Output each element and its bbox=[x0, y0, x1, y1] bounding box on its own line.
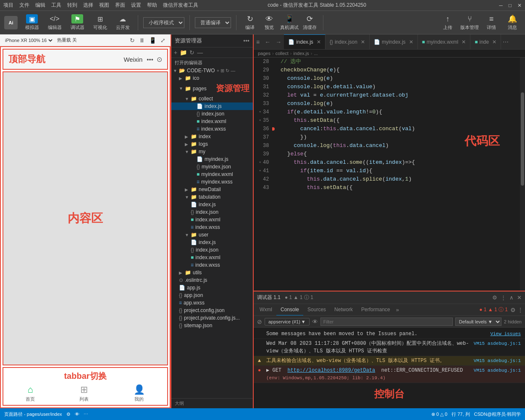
error-link[interactable]: http://localhost:8989/getData bbox=[287, 368, 375, 373]
menu-item-select[interactable]: 选择 bbox=[83, 2, 93, 9]
tree-collect[interactable]: ▼ 📁 collect bbox=[171, 95, 253, 102]
menu-item-wechat[interactable]: 微信开发者工具 bbox=[163, 2, 198, 9]
tree-appjson[interactable]: {} app.json bbox=[171, 291, 253, 299]
tab-close-icon[interactable]: ✕ bbox=[409, 39, 413, 45]
debug-tab-performance[interactable]: Performance bbox=[357, 304, 394, 316]
tab-myindexjs[interactable]: 📄 myindex.js ✕ bbox=[370, 34, 418, 50]
menu-item-tools[interactable]: 工具 bbox=[51, 2, 61, 9]
eye-icon[interactable]: 👁 bbox=[312, 318, 318, 325]
tab-myindexwxml[interactable]: ■ myindex.wxml ✕ bbox=[418, 34, 471, 50]
tree-appjs[interactable]: 📄 app.js bbox=[171, 284, 253, 291]
debug-tab-sources[interactable]: Sources bbox=[303, 304, 330, 316]
appservice-btn[interactable]: appservice (#1) ▼ bbox=[265, 318, 310, 326]
project-actions[interactable]: + ⊞ ↻ — bbox=[217, 68, 236, 74]
message-button[interactable]: 🔔 消息 bbox=[504, 14, 521, 31]
tree-collect-indexjs[interactable]: 📄 index.js bbox=[171, 102, 253, 110]
tree-my[interactable]: ▼ 📁 my bbox=[171, 148, 253, 155]
tree-tabulation[interactable]: ▼ 📁 tabulation bbox=[171, 193, 253, 201]
tree-pages[interactable]: ▼ 📁 pages 资源管理 bbox=[171, 82, 253, 95]
new-file-icon[interactable]: + bbox=[174, 49, 177, 56]
tab-close-icon[interactable]: ✕ bbox=[361, 39, 365, 45]
expand-button[interactable]: ⤢ bbox=[159, 36, 167, 45]
tree-user-indexjson[interactable]: {} index.json bbox=[171, 246, 253, 254]
cloud-button[interactable]: ☁ 云开发 bbox=[113, 13, 133, 33]
console-source-2[interactable]: VM15 asdebug.js:1 bbox=[470, 340, 521, 347]
tab-indexjs[interactable]: 📄 index.js ✕ bbox=[284, 34, 326, 50]
editor-button[interactable]: </> 编辑器 bbox=[45, 13, 65, 33]
debug-more-icon[interactable]: ⋮ bbox=[501, 294, 506, 301]
collapse-icon[interactable]: — bbox=[197, 49, 203, 56]
debug-tab-network[interactable]: Network bbox=[330, 304, 357, 316]
editor-toolbar-icon-3[interactable]: → bbox=[273, 39, 284, 45]
tree-user-indexwxml[interactable]: ■ index.wxml bbox=[171, 254, 253, 261]
editor-toolbar-icon-1[interactable]: ≡ bbox=[254, 39, 262, 45]
project-root[interactable]: ▼ 📂 CODE-TWO + ⊞ ↻ — bbox=[171, 67, 253, 74]
mode-select[interactable]: 小程序模式 bbox=[143, 17, 184, 28]
tree-utils[interactable]: ▶ 📁 utils bbox=[171, 269, 253, 276]
hotreload-toggle[interactable]: 热重载 关 bbox=[57, 37, 77, 43]
close-button[interactable]: ✕ bbox=[517, 3, 522, 8]
menu-item-interface[interactable]: 界面 bbox=[115, 2, 125, 9]
debugger-button[interactable]: ⚑ 调试器 bbox=[67, 13, 87, 33]
pause-button[interactable]: ⏸ bbox=[137, 36, 147, 45]
console-settings-icon[interactable]: ⚙ bbox=[510, 307, 516, 313]
tree-tab-indexwxss[interactable]: ≡ index.wxss bbox=[171, 223, 253, 231]
tree-index[interactable]: ▶ 📁 index bbox=[171, 133, 253, 140]
fold-arrow[interactable]: ▾ bbox=[257, 167, 261, 175]
clear-console-icon[interactable]: ⊘ bbox=[257, 318, 262, 325]
menu-item-help[interactable]: 帮助 bbox=[147, 2, 157, 9]
status-preview-icon[interactable]: 👁 bbox=[75, 412, 79, 417]
tree-tab-indexjson[interactable]: {} index.json bbox=[171, 208, 253, 216]
debug-expand-icon[interactable]: ✕ bbox=[517, 294, 522, 301]
status-more-icon[interactable]: ⋯ bbox=[84, 412, 88, 417]
breakpoint-dot[interactable] bbox=[272, 127, 275, 131]
code-lines[interactable]: // 选中 checkboxChange(e){ console.log(e) … bbox=[272, 58, 525, 291]
tree-logs[interactable]: ▶ 📁 logs bbox=[171, 140, 253, 148]
scrollbar[interactable] bbox=[520, 58, 525, 291]
tree-eslint[interactable]: ⊙ .eslintrc.js bbox=[171, 276, 253, 284]
phone-button[interactable]: 📱 bbox=[147, 36, 158, 45]
menu-item-view[interactable]: 视图 bbox=[99, 2, 109, 9]
tree-my-indexjson[interactable]: {} myindex.json bbox=[171, 163, 253, 171]
tree-collect-indexwxml[interactable]: ■ index.wxml bbox=[171, 118, 253, 125]
real-debug-button[interactable]: 📱 真机调试 bbox=[280, 14, 299, 31]
tree-my-indexwxss[interactable]: ≡ myindex.wxss bbox=[171, 178, 253, 186]
tree-ico[interactable]: ▶ 📁 ico bbox=[171, 74, 253, 82]
tab-home[interactable]: ⌂ 首页 bbox=[26, 384, 35, 402]
tab-close-icon[interactable]: ✕ bbox=[492, 39, 496, 45]
tree-newdatail[interactable]: ▶ 📁 newDatail bbox=[171, 186, 253, 193]
tree-tab-indexwxml[interactable]: ■ index.wxml bbox=[171, 216, 253, 223]
editor-toolbar-icon-2[interactable]: ← bbox=[262, 39, 273, 45]
tab-mine[interactable]: 👤 我的 bbox=[134, 384, 145, 402]
menu-item-file[interactable]: 文件 bbox=[19, 2, 29, 9]
fold-arrow[interactable]: ▾ bbox=[257, 108, 261, 116]
tree-projectconfig[interactable]: {} project.config.json bbox=[171, 307, 253, 314]
console-filter-input[interactable] bbox=[320, 318, 453, 326]
tree-appwxss[interactable]: ≡ app.wxss bbox=[171, 299, 253, 307]
compile-button[interactable]: ↻ 编译 bbox=[242, 14, 258, 31]
tree-user[interactable]: ▼ 📁 user bbox=[171, 231, 253, 239]
console-source-3[interactable]: VM15 asdebug.js:1 bbox=[470, 357, 521, 365]
maximize-button[interactable]: □ bbox=[509, 3, 512, 8]
refresh-button[interactable]: ↻ bbox=[128, 36, 136, 45]
menu-item-edit[interactable]: 编辑 bbox=[35, 2, 45, 9]
status-settings-icon[interactable]: ⚙ bbox=[66, 412, 71, 417]
debug-settings-icon[interactable]: ⚙ bbox=[492, 294, 497, 301]
menu-item-goto[interactable]: 转到 bbox=[67, 2, 77, 9]
device-select[interactable]: iPhone XR 100% 16 bbox=[3, 37, 54, 43]
tab-close-icon[interactable]: ✕ bbox=[317, 39, 321, 45]
tree-user-indexjs[interactable]: 📄 index.js bbox=[171, 239, 253, 246]
more-tabs-icon[interactable]: ⋯ bbox=[503, 39, 509, 45]
tree-my-indexwxml[interactable]: ■ myindex.wxml bbox=[171, 171, 253, 178]
tree-collect-indexjson[interactable]: {} index.json bbox=[171, 110, 253, 118]
menu-item-project[interactable]: 项目 bbox=[3, 2, 13, 9]
console-more-icon[interactable]: ⋮ bbox=[517, 307, 523, 313]
simulator-button[interactable]: ▣ 模拟器 bbox=[22, 13, 42, 33]
error-count[interactable]: ⊗ 0 △ 0 bbox=[431, 412, 447, 417]
compile-select[interactable]: 普通编译 bbox=[195, 17, 231, 28]
detail-button[interactable]: ≡ 详情 bbox=[483, 15, 500, 31]
tab-inde[interactable]: ■ inde ✕ bbox=[470, 34, 501, 50]
fold-arrow[interactable]: ▾ bbox=[257, 116, 261, 125]
debug-tab-console[interactable]: Console bbox=[276, 304, 303, 316]
visualizer-button[interactable]: ⊞ 可视化 bbox=[90, 13, 110, 33]
